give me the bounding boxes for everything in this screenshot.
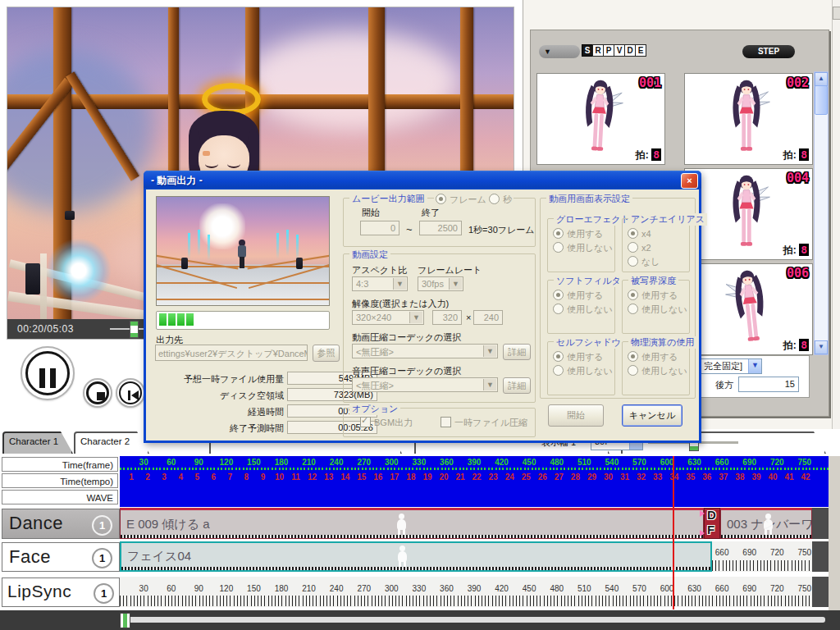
face-clip[interactable]: フェイス04 [120, 541, 712, 572]
seek-slider-handle[interactable] [130, 321, 139, 338]
motion-thumbnail-002[interactable]: 002拍: 8 [684, 73, 813, 165]
tempo-tick-label: 16 [373, 472, 382, 482]
skip-start-button[interactable] [116, 378, 145, 408]
cancel-button[interactable]: キャンセル [622, 404, 682, 427]
framerate-dropdown[interactable]: 30fps▼ [418, 276, 463, 291]
scrollbar-track[interactable] [123, 617, 825, 623]
fps-note: 1秒=30フレーム [468, 224, 535, 236]
aspect-dropdown[interactable]: 4:3▼ [352, 276, 408, 291]
stop-button[interactable] [83, 378, 112, 408]
dance-clip[interactable]: 003 ナンバーワ [720, 508, 812, 539]
start-frame-input[interactable]: 0 [360, 221, 399, 235]
motion-thumbnail-006[interactable]: 006拍: 8 [684, 263, 813, 355]
filter-button-v[interactable]: V [614, 44, 625, 57]
tempo-tick-label: 7 [228, 472, 233, 482]
end-frame-input[interactable]: 2500 [419, 221, 462, 235]
radio-option[interactable]: 使用する [553, 351, 604, 363]
frame-tick-label: 120 [220, 458, 234, 467]
filter-button-r[interactable]: R [592, 44, 604, 57]
audio-codec-dropdown[interactable]: <無圧縮>▼ [352, 377, 498, 392]
motion-thumbnail-001[interactable]: 001拍: 8 [536, 73, 665, 165]
timecode: 00:20/05:03 [17, 323, 74, 335]
tempo-tick-label: 31 [620, 472, 629, 482]
lipsync-track-number[interactable]: 1 [94, 583, 114, 604]
tempo-tick-label: 12 [308, 472, 317, 482]
tempo-tick-label: 40 [768, 472, 777, 482]
dance-track-number[interactable]: 1 [92, 515, 112, 536]
res-width-input[interactable]: 320 [432, 310, 462, 325]
chevron-down-icon[interactable]: ▼ [748, 359, 761, 373]
ruler-tick-label: 300 [385, 584, 399, 593]
radio-option[interactable]: x2 [628, 242, 651, 253]
ruler-tick-label: 450 [523, 584, 536, 593]
dance-clip[interactable]: E 009 傾ける a [120, 508, 704, 539]
bgm-checkbox[interactable]: BGM出力 [360, 417, 413, 429]
seek-slider-track[interactable] [110, 328, 146, 330]
close-icon[interactable]: × [681, 173, 698, 189]
browse-button[interactable]: 参照 [313, 345, 340, 362]
lipsync-ruler[interactable]: 3060901201501802102402703003303603904204… [120, 577, 812, 607]
character-tab-1[interactable]: Character 1 [2, 431, 73, 454]
scrollbar-thumb[interactable] [815, 85, 828, 115]
filter-button-p[interactable]: P [603, 44, 614, 57]
scroll-up-icon[interactable]: ▲ [815, 72, 828, 86]
filter-button-e[interactable]: E [635, 44, 646, 57]
chevron-down-icon: ▼ [393, 278, 406, 290]
dance-keyframe-marker[interactable]: D F [704, 508, 720, 539]
person-icon [762, 514, 774, 535]
temp-compress-checkbox[interactable]: 一時ファイル圧縮 [441, 417, 527, 429]
timeline-scrollbar[interactable] [0, 610, 840, 630]
scroll-down-icon[interactable]: ▼ [815, 340, 828, 354]
playhead[interactable] [673, 456, 674, 609]
timeline-right-gutter [829, 456, 840, 610]
radio-option[interactable]: 使用しない [628, 365, 687, 377]
frame-tick-label: 150 [247, 458, 261, 467]
video-codec-detail-button[interactable]: 詳細 [503, 344, 531, 360]
dance-track-header[interactable]: Dance 1 [2, 509, 120, 539]
tempo-tick-label: 21 [455, 472, 464, 482]
start-button[interactable]: 開始 [548, 404, 604, 427]
radio-option[interactable]: 使用する [628, 351, 678, 363]
panel-collapse-handle[interactable] [833, 7, 840, 20]
tempo-tick-label: 22 [472, 472, 482, 482]
filter-button-s[interactable]: S [582, 44, 593, 57]
frame-tick-label: 270 [357, 458, 371, 467]
motion-dropdown[interactable]: ▼ [539, 45, 580, 58]
resolution-dropdown[interactable]: 320×240▼ [352, 310, 424, 325]
radio-option[interactable]: 使用しない [553, 365, 613, 377]
radio-option[interactable]: 使用する [553, 228, 604, 240]
time-ruler[interactable]: 3060901201501802102402703003303603904204… [120, 456, 829, 507]
ruler-tick-label: 630 [687, 584, 701, 593]
lipsync-track-header[interactable]: LipSync 1 [2, 578, 120, 607]
thumbnail-scrollbar[interactable]: ▲ ▼ [814, 71, 829, 355]
dialog-title-bar[interactable]: - 動画出力 - × [144, 171, 701, 189]
scrollbar-handle[interactable] [120, 613, 130, 628]
res-height-input[interactable]: 240 [473, 310, 503, 325]
radio-option[interactable]: 使用しない [628, 304, 687, 316]
face-track-header[interactable]: Face 1 [2, 542, 120, 572]
step-button[interactable]: STEP [742, 45, 795, 58]
radio-option[interactable]: 使用する [553, 290, 604, 302]
radio-option[interactable]: なし [628, 256, 660, 268]
face-ruler: 660690720750 [712, 541, 812, 572]
radio-option[interactable]: 使用する [628, 290, 678, 302]
radio-option[interactable]: 使用しない [553, 304, 613, 316]
tempo-tick-label: 13 [324, 472, 333, 482]
character-tab-2[interactable]: Character 2 [74, 431, 149, 454]
pause-button[interactable] [21, 346, 75, 400]
radio-frame[interactable]: フレーム [434, 194, 488, 206]
ruler-ticks [120, 596, 812, 606]
filter-button-d[interactable]: D [624, 44, 636, 57]
radio-option[interactable]: 使用しない [553, 242, 613, 254]
lock-mode-dropdown[interactable]: 完全固定] ▼ [701, 358, 762, 374]
ruler-tick-label: 60 [167, 584, 176, 593]
thumbnail-number: 001 [639, 75, 661, 90]
radio-option[interactable]: x4 [628, 228, 651, 239]
video-codec-dropdown[interactable]: <無圧縮>▼ [352, 344, 498, 358]
audio-codec-detail-button[interactable]: 詳細 [503, 377, 531, 394]
output-path-input[interactable]: ettings¥user2¥デスクトップ¥DanceMixer.avi [155, 345, 308, 361]
tempo-tick-label: 11 [291, 472, 300, 482]
rear-value-input[interactable]: 15 [738, 377, 799, 392]
radio-seconds[interactable]: 秒 [487, 194, 514, 206]
face-track-number[interactable]: 1 [92, 548, 112, 568]
